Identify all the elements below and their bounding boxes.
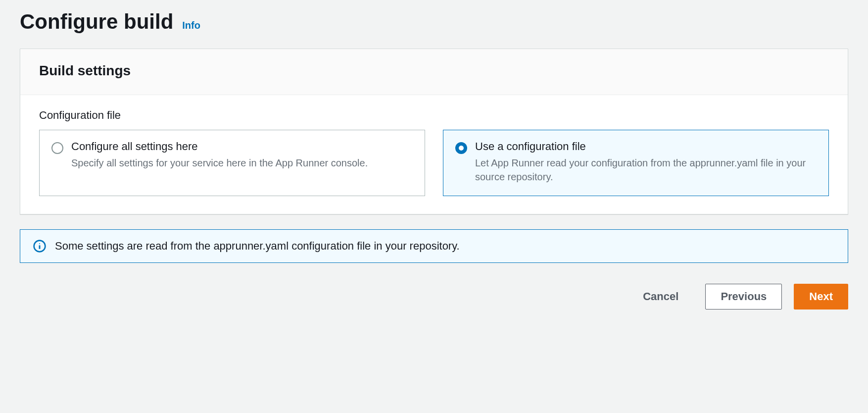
info-link[interactable]: Info: [182, 20, 200, 31]
previous-button[interactable]: Previous: [705, 284, 782, 310]
tile-title-configure-here: Configure all settings here: [71, 140, 413, 153]
tile-desc-configure-here: Specify all settings for your service he…: [71, 156, 413, 170]
page-title: Configure build: [20, 10, 173, 34]
cancel-button[interactable]: Cancel: [628, 284, 693, 309]
tile-title-use-config-file: Use a configuration file: [475, 140, 817, 153]
tile-desc-use-config-file: Let App Runner read your configuration f…: [475, 156, 817, 184]
next-button[interactable]: Next: [794, 284, 848, 310]
svg-point-1: [39, 243, 40, 244]
tile-use-config-file[interactable]: Use a configuration file Let App Runner …: [443, 130, 829, 196]
configuration-file-label: Configuration file: [39, 109, 829, 122]
info-alert: Some settings are read from the apprunne…: [20, 229, 848, 263]
panel-title: Build settings: [39, 63, 829, 79]
radio-configure-here[interactable]: [51, 142, 63, 154]
build-settings-panel: Build settings Configuration file Config…: [20, 49, 848, 214]
tile-configure-here[interactable]: Configure all settings here Specify all …: [39, 130, 425, 196]
wizard-button-row: Cancel Previous Next: [20, 284, 848, 310]
alert-text: Some settings are read from the apprunne…: [55, 240, 460, 253]
panel-header: Build settings: [20, 49, 848, 95]
panel-body: Configuration file Configure all setting…: [20, 95, 848, 214]
configuration-tile-row: Configure all settings here Specify all …: [39, 130, 829, 196]
info-icon: [33, 240, 46, 253]
radio-use-config-file[interactable]: [455, 142, 467, 154]
